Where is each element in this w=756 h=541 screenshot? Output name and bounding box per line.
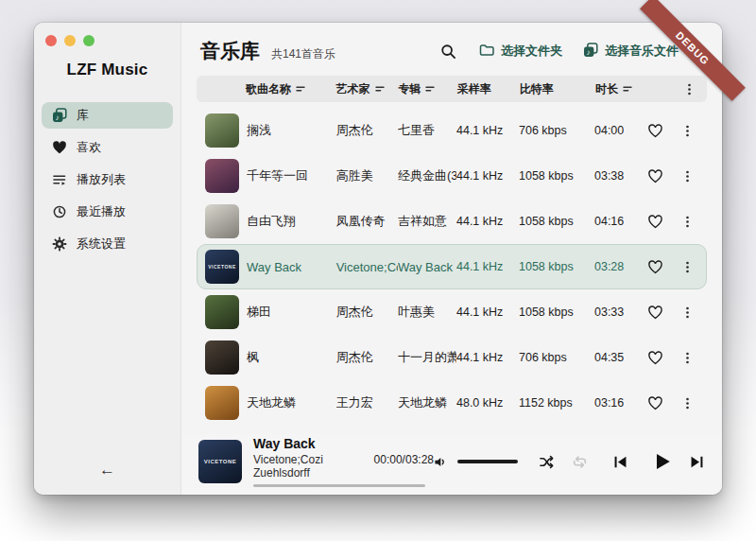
table-row[interactable]: 天地龙鳞 王力宏 天地龙鳞 48.0 kHz 1152 kbps 03:16: [197, 380, 707, 426]
column-artist[interactable]: 艺术家: [336, 81, 399, 97]
sidebar-item-label: 最近播放: [77, 203, 126, 220]
clock-icon: [52, 204, 67, 219]
album-art: [205, 340, 239, 375]
album-art: VICETONE: [205, 250, 239, 284]
close-window-button[interactable]: [45, 35, 57, 46]
row-kebab-icon[interactable]: [678, 120, 698, 141]
column-sample-rate[interactable]: 采样率: [457, 81, 520, 97]
sort-icon: [425, 84, 435, 94]
sidebar-item-label: 播放列表: [77, 171, 126, 188]
volume-slider[interactable]: [457, 460, 518, 463]
song-artist: 凤凰传奇: [336, 213, 398, 230]
column-song-name[interactable]: 歌曲名称: [246, 81, 336, 97]
song-artist: 王力宏: [336, 394, 398, 411]
song-title: 梯田: [247, 304, 336, 321]
choose-folder-button[interactable]: 选择文件夹: [479, 43, 562, 61]
shuffle-icon[interactable]: [539, 454, 555, 470]
player-controls: [434, 452, 705, 471]
progress-bar[interactable]: [253, 484, 425, 487]
main-header: 音乐库 共141首音乐 选择文件夹: [181, 23, 722, 72]
song-bitrate: 1058 kbps: [519, 169, 594, 183]
song-sample-rate: 44.1 kHz: [456, 305, 519, 319]
song-sample-rate: 44.1 kHz: [456, 351, 519, 364]
song-album: 吉祥如意: [398, 213, 456, 230]
table-options-kebab-icon[interactable]: [679, 79, 699, 99]
favorite-heart-icon[interactable]: [645, 256, 666, 277]
row-kebab-icon[interactable]: [678, 211, 698, 232]
previous-track-icon[interactable]: [612, 454, 628, 470]
song-sample-rate: 48.0 kHz: [456, 396, 519, 410]
favorite-heart-icon[interactable]: [645, 393, 666, 413]
svg-text:♪: ♪: [56, 113, 60, 122]
song-duration: 03:28: [594, 260, 645, 273]
sort-icon: [623, 84, 632, 94]
song-title: 天地龙鳞: [247, 394, 336, 411]
zoom-window-button[interactable]: [83, 35, 94, 46]
table-row[interactable]: 自由飞翔 凤凰传奇 吉祥如意 44.1 kHz 1058 kbps 04:16: [197, 199, 707, 244]
now-playing-album-art: VICETONE: [198, 440, 242, 483]
song-title: 自由飞翔: [247, 213, 336, 230]
table-row[interactable]: 千年等一回 高胜美 经典金曲(3)如果... 44.1 kHz 1058 kbp…: [197, 153, 707, 199]
main-panel: DEBUG 音乐库 共141首音乐 选择文件夹: [181, 23, 722, 495]
song-bitrate: 706 kbps: [519, 351, 594, 364]
song-title: Way Back: [247, 260, 336, 274]
song-album: 经典金曲(3)如果...: [398, 167, 456, 184]
column-bitrate[interactable]: 比特率: [520, 81, 595, 97]
sidebar-item-favorites[interactable]: 喜欢: [42, 134, 173, 161]
table-header: 歌曲名称 艺术家 专辑 采样率 比特率 时长: [197, 76, 707, 102]
song-album: 天地龙鳞: [398, 394, 456, 411]
next-track-icon[interactable]: [689, 454, 705, 470]
table-row[interactable]: 梯田 周杰伦 叶惠美 44.1 kHz 1058 kbps 03:33: [197, 289, 707, 335]
choose-music-files-button[interactable]: ♪ 选择音乐文件: [583, 43, 679, 61]
song-artist: 周杰伦: [336, 304, 398, 321]
back-button[interactable]: ←: [99, 461, 115, 480]
choose-music-files-label: 选择音乐文件: [605, 43, 679, 60]
album-art-label: VICETONE: [204, 459, 237, 464]
volume-icon[interactable]: [434, 455, 448, 469]
search-icon[interactable]: [438, 41, 458, 61]
favorite-heart-icon[interactable]: [645, 211, 666, 232]
play-icon[interactable]: [653, 452, 672, 471]
library-count: 共141首音乐: [271, 46, 335, 62]
sidebar-item-settings[interactable]: 系统设置: [42, 231, 173, 257]
column-album[interactable]: 专辑: [398, 81, 457, 97]
album-art: [205, 204, 239, 238]
song-duration: 03:16: [594, 396, 645, 410]
song-duration: 04:00: [594, 124, 645, 137]
minimize-window-button[interactable]: [64, 35, 76, 46]
library-icon: ♪: [52, 108, 67, 123]
row-kebab-icon[interactable]: [678, 393, 698, 413]
table-row[interactable]: 搁浅 周杰伦 七里香 44.1 kHz 706 kbps 04:00: [197, 108, 707, 153]
row-kebab-icon[interactable]: [678, 166, 698, 186]
favorite-heart-icon[interactable]: [645, 302, 666, 323]
song-album: Way Back: [398, 260, 456, 274]
row-kebab-icon[interactable]: [678, 302, 698, 323]
sidebar-item-playlists[interactable]: 播放列表: [42, 166, 173, 193]
song-sample-rate: 44.1 kHz: [456, 215, 519, 228]
song-bitrate: 1058 kbps: [519, 260, 594, 273]
favorite-heart-icon[interactable]: [645, 166, 666, 186]
row-kebab-icon[interactable]: [678, 256, 698, 277]
favorite-heart-icon[interactable]: [645, 347, 666, 368]
table-row[interactable]: VICETONE Way Back Vicetone;Cozi Zu... Wa…: [197, 244, 707, 289]
song-bitrate: 1058 kbps: [519, 215, 594, 228]
column-duration[interactable]: 时长: [595, 81, 646, 97]
song-sample-rate: 44.1 kHz: [456, 260, 519, 273]
sidebar-item-library[interactable]: ♪ 库: [42, 102, 173, 129]
gear-icon: [52, 236, 67, 252]
song-sample-rate: 44.1 kHz: [456, 169, 519, 183]
song-album: 七里香: [398, 122, 456, 139]
album-art: [205, 295, 239, 329]
song-duration: 04:16: [594, 215, 645, 228]
row-kebab-icon[interactable]: [678, 347, 698, 368]
heart-icon: [52, 140, 67, 155]
playlist-icon: [52, 172, 67, 187]
music-file-icon: ♪: [583, 43, 598, 61]
favorite-heart-icon[interactable]: [645, 120, 666, 141]
repeat-icon[interactable]: [572, 454, 588, 470]
table-row[interactable]: 枫 周杰伦 十一月的萧邦 44.1 kHz 706 kbps 04:35: [197, 335, 707, 380]
choose-folder-label: 选择文件夹: [501, 43, 562, 60]
sidebar-item-recent[interactable]: 最近播放: [42, 199, 173, 225]
song-artist: 周杰伦: [336, 349, 398, 366]
player-bar: VICETONE Way Back Vicetone;Cozi Zuehlsdo…: [181, 434, 722, 495]
